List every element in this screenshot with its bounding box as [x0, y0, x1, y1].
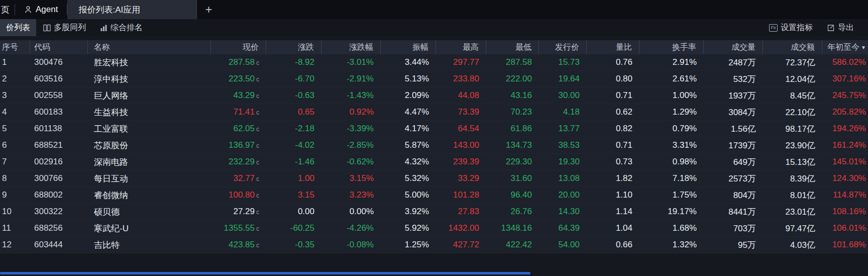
cell-name: 每日互动	[88, 173, 211, 185]
cell-ytd: 586.02%	[822, 57, 868, 67]
cell-low: 422.42	[486, 240, 539, 250]
quote-table-header: 序号代码名称现价涨跌涨跌幅振幅最高最低发行价量比换手率成交量成交额年初至今▼	[0, 40, 868, 54]
cell-index: 1	[0, 57, 30, 67]
cell-amount: 72.37亿	[763, 57, 822, 68]
cell-low: 61.86	[486, 124, 539, 134]
cell-ytd: 194.26%	[822, 124, 868, 134]
cell-code: 688002	[30, 190, 88, 200]
table-row[interactable]: 3002558巨人网络43.29c-0.63-1.43%2.09%44.0843…	[0, 87, 868, 104]
cell-volume: 8441万	[704, 206, 763, 218]
cell-change: -60.25	[266, 223, 321, 233]
cell-ytd: 101.68%	[822, 240, 868, 250]
cell-amount: 98.17亿	[763, 123, 822, 135]
column-header-14[interactable]: 年初至今▼	[822, 40, 868, 54]
new-tab-button[interactable]: +	[197, 0, 220, 19]
cell-amplitude: 4.17%	[381, 124, 436, 134]
tab-agent[interactable]: Agent	[15, 0, 67, 19]
cell-change: -0.63	[266, 90, 321, 101]
toolbar-set-indicator[interactable]: Fx 设置指标	[762, 19, 820, 36]
cell-name: 芯原股份	[88, 140, 211, 151]
cell-ytd: 161.24%	[822, 140, 868, 150]
column-header-11[interactable]: 换手率	[639, 40, 704, 54]
table-row[interactable]: 1300476胜宏科技287.58c-8.92-3.01%3.44%297.77…	[0, 54, 868, 71]
horizontal-scrollbar-thumb[interactable]	[0, 272, 530, 274]
table-row[interactable]: 9688002睿创微纳100.80c3.153.23%5.00%101.2896…	[0, 187, 868, 204]
cell-high: 233.80	[436, 74, 486, 84]
column-header-9[interactable]: 发行价	[539, 40, 587, 54]
cell-price: 223.50c	[211, 74, 266, 84]
cell-low: 229.30	[486, 157, 539, 167]
cell-price: 287.58c	[211, 57, 266, 67]
cell-low: 1348.16	[486, 223, 539, 233]
cell-name: 寒武纪-U	[88, 223, 211, 234]
cell-name: 硕贝德	[88, 206, 211, 218]
toolbar-left-group: 价列表 多股同列 综合排名	[0, 19, 150, 36]
tab-quote-list[interactable]: 报价列表:AI应用	[67, 0, 197, 19]
cell-change: -1.46	[266, 157, 321, 167]
multi-column-icon	[43, 24, 51, 32]
table-row[interactable]: 2603516淳中科技223.50c-6.70-2.91%5.13%233.80…	[0, 71, 868, 87]
cell-volume: 1937万	[704, 90, 763, 102]
top-tab-bar: 页 Agent 报价列表:AI应用 +	[0, 0, 868, 19]
column-header-13[interactable]: 成交额	[763, 40, 822, 54]
cell-volume-ratio: 1.04	[587, 223, 639, 233]
cell-turnover-rate: 1.29%	[639, 107, 704, 117]
cell-low: 70.23	[486, 107, 539, 117]
column-header-4[interactable]: 涨跌	[266, 40, 321, 54]
table-row[interactable]: 6688521芯原股份136.97c-4.02-2.85%5.87%143.00…	[0, 137, 868, 154]
cell-index: 11	[0, 223, 30, 233]
tab-quote-list-label: 报价列表:AI应用	[78, 4, 140, 16]
table-row[interactable]: 8300766每日互动32.77c1.003.15%5.32%33.2931.6…	[0, 170, 868, 187]
cell-code: 002558	[30, 90, 88, 101]
cell-change-pct: 0.92%	[321, 107, 381, 117]
cell-code: 601138	[30, 124, 88, 134]
table-row[interactable]: 11688256寒武纪-U1355.55c-60.25-4.26%5.92%14…	[0, 220, 868, 237]
cell-index: 3	[0, 90, 30, 101]
column-header-6[interactable]: 振幅	[381, 40, 436, 54]
table-row[interactable]: 7002916深南电路232.29c-1.46-0.62%4.32%239.39…	[0, 154, 868, 170]
toolbar-right-group: Fx 设置指标 导出	[762, 19, 861, 36]
column-header-0[interactable]: 序号	[0, 40, 30, 54]
cell-volume-ratio: 0.66	[587, 240, 639, 250]
cell-low: 134.73	[486, 140, 539, 150]
price-flag: c	[256, 126, 259, 133]
price-flag: c	[256, 93, 259, 100]
column-header-2[interactable]: 名称	[88, 40, 211, 54]
column-header-10[interactable]: 量比	[587, 40, 639, 54]
toolbar-export[interactable]: 导出	[820, 19, 861, 36]
column-header-3[interactable]: 现价	[211, 40, 266, 54]
column-header-7[interactable]: 最高	[436, 40, 486, 54]
cell-change: 0.00	[266, 207, 321, 217]
cell-amplitude: 3.92%	[381, 207, 436, 217]
toolbar-composite-rank[interactable]: 综合排名	[93, 19, 150, 36]
table-row[interactable]: 4600183生益科技71.41c0.650.92%4.47%73.3970.2…	[0, 104, 868, 121]
price-flag: c	[256, 209, 259, 216]
toolbar-quote-list[interactable]: 价列表	[0, 19, 36, 36]
cell-index: 7	[0, 157, 30, 167]
column-header-5[interactable]: 涨跌幅	[321, 40, 381, 54]
cell-volume: 804万	[704, 190, 763, 201]
cell-ytd: 245.75%	[822, 90, 868, 101]
toolbar-multi-stock[interactable]: 多股同列	[36, 19, 93, 36]
cell-turnover-rate: 1.32%	[639, 240, 704, 250]
cell-turnover-rate: 2.91%	[639, 57, 704, 67]
price-flag: c	[256, 225, 259, 232]
sort-descending-icon: ▼	[861, 45, 866, 50]
table-row[interactable]: 5601138工业富联62.05c-2.18-3.39%4.17%64.5461…	[0, 121, 868, 137]
cell-high: 239.39	[436, 157, 486, 167]
cell-turnover-rate: 0.79%	[639, 124, 704, 134]
cell-volume: 649万	[704, 156, 763, 168]
table-row[interactable]: 10300322硕贝德27.29c0.000.00%3.92%27.8326.7…	[0, 204, 868, 220]
cell-amplitude: 5.87%	[381, 140, 436, 150]
column-header-12[interactable]: 成交量	[704, 40, 763, 54]
tab-home-partial[interactable]: 页	[0, 0, 15, 19]
table-row[interactable]: 12603444吉比特423.85c-0.35-0.08%1.25%427.72…	[0, 237, 868, 253]
cell-low: 31.60	[486, 173, 539, 183]
cell-volume-ratio: 0.71	[587, 140, 639, 150]
cell-volume-ratio: 0.62	[587, 107, 639, 117]
cell-issue-price: 4.18	[539, 107, 587, 117]
cell-turnover-rate: 19.17%	[639, 207, 704, 217]
horizontal-scrollbar	[0, 271, 868, 276]
column-header-1[interactable]: 代码	[30, 40, 88, 54]
column-header-8[interactable]: 最低	[486, 40, 539, 54]
